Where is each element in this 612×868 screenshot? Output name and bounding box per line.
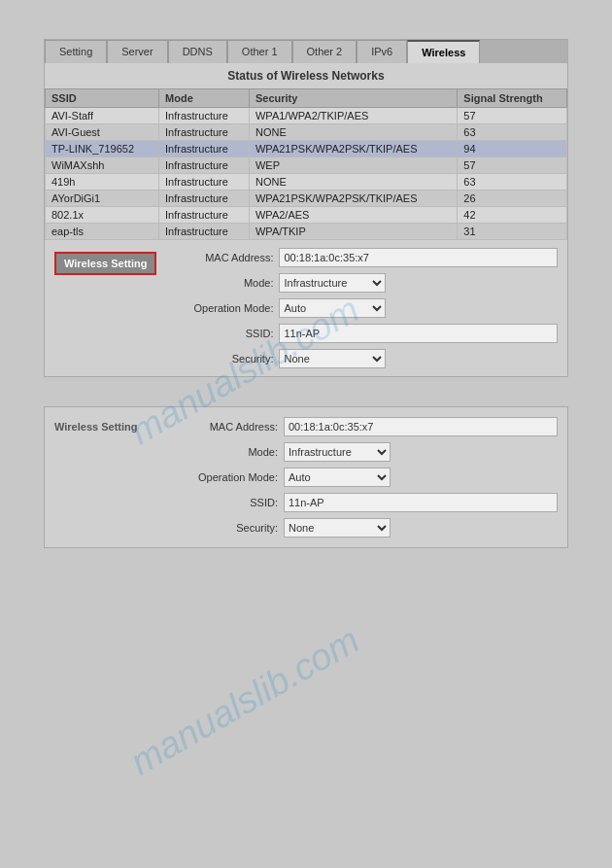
table-row[interactable]: TP-LINK_719652InfrastructureWPA21PSK/WPA…	[46, 141, 567, 157]
wireless-setting-block: Wireless Setting MAC Address: Mode: Infr…	[45, 240, 567, 376]
p2-operation-select[interactable]: Auto 11b 11g 11n	[284, 468, 391, 487]
p2-ssid-label: SSID:	[171, 497, 278, 508]
panel2-section-label: Wireless Setting	[54, 417, 161, 538]
p2-mode-label: Mode:	[171, 446, 278, 458]
col-ssid: SSID	[46, 89, 159, 108]
panel2-fields: MAC Address: Mode: Infrastructure Ad-Hoc…	[171, 417, 558, 538]
col-mode: Mode	[159, 89, 250, 108]
mac-input[interactable]	[279, 248, 558, 267]
wireless-setting-button[interactable]: Wireless Setting	[54, 252, 156, 275]
p2-security-row: Security: None WEP WPA-Personal WPA2-Per…	[171, 518, 558, 538]
table-row[interactable]: AVI-StaffInfrastructureWPA1/WPA2/TKIP/AE…	[46, 108, 567, 124]
page-container: manualslib.com manualslib.com Setting Se…	[0, 19, 612, 868]
col-signal: Signal Strength	[458, 89, 567, 108]
tab-ipv6[interactable]: IPv6	[357, 40, 407, 63]
operation-row: Operation Mode: Auto 11b 11g 11n	[166, 298, 558, 318]
wireless-fields: MAC Address: Mode: Infrastructure Ad-Hoc…	[166, 248, 558, 368]
mac-label: MAC Address:	[166, 252, 273, 263]
table-row[interactable]: 419hInfrastructureNONE63	[46, 174, 567, 191]
tab-other2[interactable]: Other 2	[292, 40, 357, 63]
p2-mode-row: Mode: Infrastructure Ad-Hoc	[171, 442, 558, 462]
p2-security-label: Security:	[171, 522, 278, 534]
ssid-label: SSID:	[166, 328, 273, 339]
security-label: Security:	[166, 353, 273, 365]
col-security: Security	[249, 89, 457, 108]
operation-select[interactable]: Auto 11b 11g 11n	[279, 298, 386, 318]
mode-select[interactable]: Infrastructure Ad-Hoc	[279, 273, 386, 293]
table-row[interactable]: AVI-GuestInfrastructureNONE63	[46, 124, 567, 141]
tab-bar: Setting Server DDNS Other 1 Other 2 IPv6…	[45, 40, 567, 63]
table-row[interactable]: 802.1xInfrastructureWPA2/AES42	[46, 207, 567, 224]
tab-other1[interactable]: Other 1	[227, 40, 292, 63]
ssid-row: SSID:	[166, 324, 558, 343]
panel2-inner: Wireless Setting MAC Address: Mode: Infr…	[45, 407, 567, 547]
panel1: Setting Server DDNS Other 1 Other 2 IPv6…	[44, 39, 568, 377]
table-row[interactable]: eap-tlsInfrastructureWPA/TKIP31	[46, 224, 567, 240]
p2-mac-row: MAC Address:	[171, 417, 558, 436]
p2-operation-row: Operation Mode: Auto 11b 11g 11n	[171, 468, 558, 487]
tab-wireless[interactable]: Wireless	[407, 40, 480, 63]
p2-ssid-row: SSID:	[171, 493, 558, 512]
ssid-input[interactable]	[279, 324, 558, 343]
table-row[interactable]: AYorDiGi1InfrastructureWPA21PSK/WPA2PSK/…	[46, 191, 567, 207]
tab-server[interactable]: Server	[107, 40, 167, 63]
section-title: Status of Wireless Networks	[45, 63, 567, 88]
network-table: SSID Mode Security Signal Strength AVI-S…	[45, 88, 567, 240]
table-row[interactable]: WiMAXshhInfrastructureWEP57	[46, 157, 567, 174]
p2-ssid-input[interactable]	[284, 493, 558, 512]
tab-ddns[interactable]: DDNS	[168, 40, 227, 63]
operation-label: Operation Mode:	[166, 302, 273, 314]
panel2: Wireless Setting MAC Address: Mode: Infr…	[44, 406, 568, 548]
security-select[interactable]: None WEP WPA-Personal WPA2-Personal WPA-…	[279, 349, 386, 368]
watermark2: manualslib.com	[123, 619, 366, 783]
mac-row: MAC Address:	[166, 248, 558, 267]
tab-setting[interactable]: Setting	[45, 40, 107, 63]
mode-row: Mode: Infrastructure Ad-Hoc	[166, 273, 558, 293]
p2-security-select[interactable]: None WEP WPA-Personal WPA2-Personal WPA-…	[284, 518, 391, 538]
p2-mode-select[interactable]: Infrastructure Ad-Hoc	[284, 442, 391, 462]
p2-mac-input[interactable]	[284, 417, 558, 436]
p2-operation-label: Operation Mode:	[171, 471, 278, 483]
mode-label: Mode:	[166, 277, 273, 289]
p2-mac-label: MAC Address:	[171, 421, 278, 433]
security-row: Security: None WEP WPA-Personal WPA2-Per…	[166, 349, 558, 368]
